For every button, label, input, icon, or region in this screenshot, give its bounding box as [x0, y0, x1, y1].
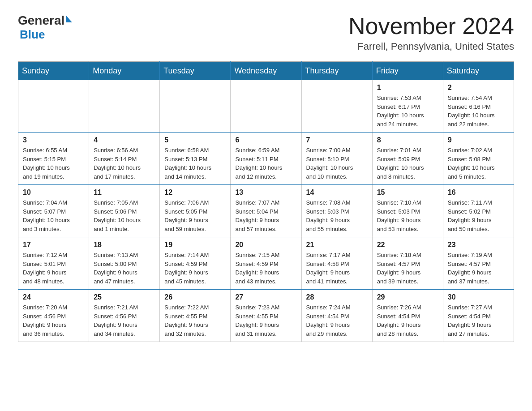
- calendar-cell: 25Sunrise: 7:21 AM Sunset: 4:56 PM Dayli…: [89, 290, 160, 342]
- calendar-cell: 6Sunrise: 6:59 AM Sunset: 5:11 PM Daylig…: [231, 133, 301, 185]
- title-section: November 2024 Farrell, Pennsylvania, Uni…: [348, 13, 514, 52]
- calendar-cell: 2Sunrise: 7:54 AM Sunset: 6:16 PM Daylig…: [443, 80, 514, 133]
- day-number: 3: [23, 136, 84, 144]
- day-info: Sunrise: 6:55 AM Sunset: 5:15 PM Dayligh…: [23, 146, 84, 181]
- calendar-cell: 12Sunrise: 7:06 AM Sunset: 5:05 PM Dayli…: [160, 185, 231, 237]
- calendar-cell: [160, 80, 231, 133]
- calendar-cell: [89, 80, 160, 133]
- day-number: 28: [306, 293, 368, 301]
- day-number: 25: [94, 293, 155, 301]
- calendar-cell: 14Sunrise: 7:08 AM Sunset: 5:03 PM Dayli…: [301, 185, 372, 237]
- day-info: Sunrise: 7:07 AM Sunset: 5:04 PM Dayligh…: [235, 198, 296, 233]
- calendar-week-2: 3Sunrise: 6:55 AM Sunset: 5:15 PM Daylig…: [18, 133, 514, 185]
- calendar-cell: 30Sunrise: 7:27 AM Sunset: 4:54 PM Dayli…: [443, 290, 514, 342]
- day-info: Sunrise: 7:11 AM Sunset: 5:02 PM Dayligh…: [448, 198, 509, 233]
- day-number: 27: [235, 293, 296, 301]
- calendar-cell: 26Sunrise: 7:22 AM Sunset: 4:55 PM Dayli…: [160, 290, 231, 342]
- calendar-cell: [231, 80, 301, 133]
- calendar-cell: 9Sunrise: 7:02 AM Sunset: 5:08 PM Daylig…: [443, 133, 514, 185]
- day-number: 22: [377, 241, 438, 249]
- day-info: Sunrise: 7:05 AM Sunset: 5:06 PM Dayligh…: [94, 198, 155, 233]
- weekday-header-tuesday: Tuesday: [160, 62, 231, 81]
- day-info: Sunrise: 7:06 AM Sunset: 5:05 PM Dayligh…: [164, 198, 226, 233]
- day-number: 26: [164, 293, 226, 301]
- weekday-header-monday: Monday: [89, 62, 160, 81]
- day-number: 11: [94, 188, 155, 197]
- day-info: Sunrise: 7:17 AM Sunset: 4:58 PM Dayligh…: [306, 251, 368, 286]
- calendar-cell: 5Sunrise: 6:58 AM Sunset: 5:13 PM Daylig…: [160, 133, 231, 185]
- calendar-cell: [18, 80, 89, 133]
- day-number: 23: [448, 241, 509, 249]
- day-number: 10: [23, 188, 84, 197]
- calendar-week-5: 24Sunrise: 7:20 AM Sunset: 4:56 PM Dayli…: [18, 290, 514, 342]
- day-number: 15: [377, 188, 438, 197]
- day-number: 30: [448, 293, 509, 301]
- calendar-cell: 18Sunrise: 7:13 AM Sunset: 5:00 PM Dayli…: [89, 237, 160, 290]
- day-info: Sunrise: 7:19 AM Sunset: 4:57 PM Dayligh…: [448, 251, 509, 286]
- day-number: 6: [235, 136, 296, 144]
- day-info: Sunrise: 7:10 AM Sunset: 5:03 PM Dayligh…: [377, 198, 438, 233]
- day-info: Sunrise: 7:13 AM Sunset: 5:00 PM Dayligh…: [94, 251, 155, 286]
- calendar-cell: 22Sunrise: 7:18 AM Sunset: 4:57 PM Dayli…: [372, 237, 443, 290]
- day-info: Sunrise: 7:26 AM Sunset: 4:54 PM Dayligh…: [377, 303, 438, 338]
- day-info: Sunrise: 6:56 AM Sunset: 5:14 PM Dayligh…: [94, 146, 155, 181]
- calendar-cell: 11Sunrise: 7:05 AM Sunset: 5:06 PM Dayli…: [89, 185, 160, 237]
- day-number: 8: [377, 136, 438, 144]
- day-info: Sunrise: 7:23 AM Sunset: 4:55 PM Dayligh…: [235, 303, 296, 338]
- day-number: 16: [448, 188, 509, 197]
- weekday-header-wednesday: Wednesday: [231, 62, 301, 81]
- weekday-header-sunday: Sunday: [18, 62, 89, 81]
- calendar-week-4: 17Sunrise: 7:12 AM Sunset: 5:01 PM Dayli…: [18, 237, 514, 290]
- day-info: Sunrise: 7:27 AM Sunset: 4:54 PM Dayligh…: [448, 303, 509, 338]
- day-info: Sunrise: 7:21 AM Sunset: 4:56 PM Dayligh…: [94, 303, 155, 338]
- day-info: Sunrise: 7:08 AM Sunset: 5:03 PM Dayligh…: [306, 198, 368, 233]
- day-number: 13: [235, 188, 296, 197]
- calendar-cell: 15Sunrise: 7:10 AM Sunset: 5:03 PM Dayli…: [372, 185, 443, 237]
- calendar-cell: 10Sunrise: 7:04 AM Sunset: 5:07 PM Dayli…: [18, 185, 89, 237]
- day-info: Sunrise: 7:12 AM Sunset: 5:01 PM Dayligh…: [23, 251, 84, 286]
- calendar-cell: 19Sunrise: 7:14 AM Sunset: 4:59 PM Dayli…: [160, 237, 231, 290]
- calendar-week-3: 10Sunrise: 7:04 AM Sunset: 5:07 PM Dayli…: [18, 185, 514, 237]
- day-number: 12: [164, 188, 226, 197]
- day-number: 24: [23, 293, 84, 301]
- day-info: Sunrise: 7:18 AM Sunset: 4:57 PM Dayligh…: [377, 251, 438, 286]
- day-info: Sunrise: 7:20 AM Sunset: 4:56 PM Dayligh…: [23, 303, 84, 338]
- day-number: 5: [164, 136, 226, 144]
- calendar-cell: 29Sunrise: 7:26 AM Sunset: 4:54 PM Dayli…: [372, 290, 443, 342]
- day-number: 7: [306, 136, 368, 144]
- calendar-cell: 24Sunrise: 7:20 AM Sunset: 4:56 PM Dayli…: [18, 290, 89, 342]
- day-info: Sunrise: 7:54 AM Sunset: 6:16 PM Dayligh…: [448, 94, 509, 128]
- day-info: Sunrise: 7:02 AM Sunset: 5:08 PM Dayligh…: [448, 146, 509, 181]
- logo-blue-text: Blue: [20, 28, 45, 41]
- day-number: 21: [306, 241, 368, 249]
- day-info: Sunrise: 7:01 AM Sunset: 5:09 PM Dayligh…: [377, 146, 438, 181]
- calendar-cell: [301, 80, 372, 133]
- day-info: Sunrise: 7:22 AM Sunset: 4:55 PM Dayligh…: [164, 303, 226, 338]
- calendar-cell: 20Sunrise: 7:15 AM Sunset: 4:59 PM Dayli…: [231, 237, 301, 290]
- day-info: Sunrise: 7:24 AM Sunset: 4:54 PM Dayligh…: [306, 303, 368, 338]
- day-info: Sunrise: 6:59 AM Sunset: 5:11 PM Dayligh…: [235, 146, 296, 181]
- day-number: 18: [94, 241, 155, 249]
- day-number: 4: [94, 136, 155, 144]
- calendar-cell: 3Sunrise: 6:55 AM Sunset: 5:15 PM Daylig…: [18, 133, 89, 185]
- weekday-header-saturday: Saturday: [443, 62, 514, 81]
- logo-arrow-icon: [66, 15, 72, 22]
- calendar-cell: 1Sunrise: 7:53 AM Sunset: 6:17 PM Daylig…: [372, 80, 443, 133]
- day-info: Sunrise: 7:15 AM Sunset: 4:59 PM Dayligh…: [235, 251, 296, 286]
- calendar-cell: 13Sunrise: 7:07 AM Sunset: 5:04 PM Dayli…: [231, 185, 301, 237]
- weekday-header-friday: Friday: [372, 62, 443, 81]
- day-number: 17: [23, 241, 84, 249]
- calendar-cell: 4Sunrise: 6:56 AM Sunset: 5:14 PM Daylig…: [89, 133, 160, 185]
- calendar-cell: 23Sunrise: 7:19 AM Sunset: 4:57 PM Dayli…: [443, 237, 514, 290]
- day-info: Sunrise: 6:58 AM Sunset: 5:13 PM Dayligh…: [164, 146, 226, 181]
- day-number: 29: [377, 293, 438, 301]
- calendar-week-1: 1Sunrise: 7:53 AM Sunset: 6:17 PM Daylig…: [18, 80, 514, 133]
- month-title: November 2024: [348, 13, 514, 39]
- calendar-cell: 8Sunrise: 7:01 AM Sunset: 5:09 PM Daylig…: [372, 133, 443, 185]
- day-info: Sunrise: 7:53 AM Sunset: 6:17 PM Dayligh…: [377, 94, 438, 128]
- calendar-cell: 27Sunrise: 7:23 AM Sunset: 4:55 PM Dayli…: [231, 290, 301, 342]
- page-header: General Blue November 2024 Farrell, Penn…: [18, 13, 514, 52]
- day-number: 2: [448, 84, 509, 92]
- calendar-cell: 16Sunrise: 7:11 AM Sunset: 5:02 PM Dayli…: [443, 185, 514, 237]
- day-info: Sunrise: 7:00 AM Sunset: 5:10 PM Dayligh…: [306, 146, 368, 181]
